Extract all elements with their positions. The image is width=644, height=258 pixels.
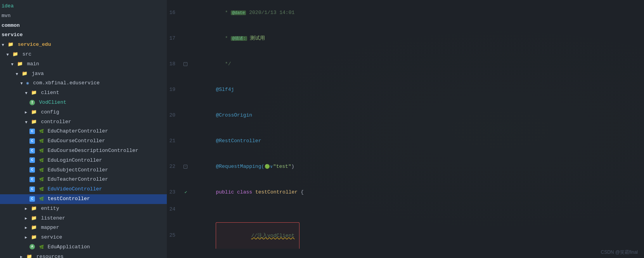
annotation-requestmapping: @RequestMapping( [216, 164, 264, 169]
arrow-icon: ▶ [20, 255, 23, 258]
sidebar-item-common[interactable]: common [0, 21, 167, 31]
arrow-icon: ▶ [14, 73, 20, 75]
sidebar-item-java[interactable]: ▶ 📁 java [0, 69, 167, 79]
sidebar-item-edulogin[interactable]: C 🌿 EduLoginController [0, 156, 167, 166]
sidebar-item-client[interactable]: ▶ 📁 client [0, 88, 167, 98]
line-content: * @date 2020/1/13 14:01 [190, 0, 644, 26]
comment-vodclient: //注入vodClient [251, 233, 294, 239]
line-gutter: ✔ [182, 188, 190, 197]
sidebar-label-eduapplication: EduApplication [48, 244, 90, 250]
sidebar-item-eduvideo[interactable]: C 🌿 EduVideoController [0, 185, 167, 194]
folder-icon: 📁 [31, 110, 37, 115]
folder-icon: 📁 [8, 42, 14, 47]
brace-open: { [298, 189, 304, 195]
line-gutter: - [182, 62, 190, 66]
date-badge: @date [231, 10, 246, 15]
sidebar-item-edusubject[interactable]: C 🌿 EduSubjectController [0, 166, 167, 175]
fold-button[interactable]: - [184, 165, 187, 169]
folder-icon: 📁 [31, 119, 37, 125]
line-content: @RequestMapping(🟢∨"test") [190, 154, 644, 180]
sidebar-item-package[interactable]: ▶ ◉ com.xbfinal.eduservice [0, 78, 167, 88]
sidebar-label-mvn: mvn [2, 13, 10, 19]
code-editor[interactable]: 16 * @date 2020/1/13 14:01 17 * @描述: 测试用… [167, 0, 644, 258]
code-line-19: 19 @Slf4j [167, 77, 644, 103]
arrow-icon: ▶ [18, 82, 24, 85]
check-icon: ✔ [185, 188, 187, 197]
sidebar-item-mapper[interactable]: ▶ 📁 mapper [0, 223, 167, 233]
folder-icon: 📁 [31, 225, 37, 230]
sidebar-item-main[interactable]: ▶ 📁 main [0, 59, 167, 69]
sidebar-item-educourse[interactable]: C 🌿 EduCourseController [0, 136, 167, 146]
sidebar-item-entity[interactable]: ▶ 📁 entity [0, 204, 167, 214]
line-number: 20 [167, 111, 182, 120]
arrow-icon: ▶ [25, 110, 27, 115]
sidebar-item-mvn[interactable]: mvn [0, 11, 167, 21]
sidebar-label-main: main [27, 61, 39, 67]
annotation-crossorigin: @CrossOrigin [216, 112, 252, 118]
comment-chinese: 测试用 [247, 35, 265, 41]
sidebar-label-src: src [23, 51, 31, 57]
arrow-icon: ▶ [25, 216, 27, 221]
sidebar-item-src[interactable]: ▶ 📁 src [0, 50, 167, 59]
class-icon: C [29, 148, 35, 153]
folder-icon: 📁 [17, 61, 23, 67]
spring-icon: 🌿 [39, 187, 44, 192]
sidebar-item-educhapter[interactable]: C 🌿 EduChapterController [0, 127, 167, 136]
sidebar-item-idea[interactable]: idea [0, 2, 167, 11]
class-icon: C [29, 167, 35, 173]
sidebar-item-service-edu[interactable]: ▶ 📁 service_edu [0, 40, 167, 50]
spring-icon: 🌿 [39, 139, 44, 143]
sidebar-label-controller: controller [41, 119, 71, 125]
sidebar-item-vodclient[interactable]: I VodClient [0, 98, 167, 108]
arrow-icon: ▶ [23, 121, 29, 124]
sidebar-item-listener[interactable]: ▶ 📁 listener [0, 214, 167, 223]
sidebar-item-config[interactable]: ▶ 📁 config [0, 108, 167, 117]
code-line-22: 22 - @RequestMapping(🟢∨"test") [167, 154, 644, 180]
line-content: public class testController { [190, 180, 644, 205]
spring-icon: 🌿 [39, 149, 44, 153]
desc-badge: @描述: [231, 36, 247, 41]
spring-icon: 🌿 [39, 168, 44, 173]
line-number: 24 [167, 205, 182, 214]
sidebar-label-service: service [2, 32, 23, 38]
sidebar-item-service[interactable]: service [0, 30, 167, 40]
annotation-slf4j: @Slf4j [216, 87, 234, 92]
sidebar-item-eduapplication[interactable]: A 🌿 EduApplication [0, 242, 167, 252]
sidebar-label-eduvideo: EduVideoController [48, 186, 102, 192]
arrow-icon: ▶ [4, 54, 10, 56]
sidebar-label-config: config [41, 109, 59, 115]
class-icon: C [29, 157, 35, 163]
fold-button[interactable]: - [184, 62, 187, 66]
line-number: 21 [167, 137, 182, 145]
package-icon: ◉ [26, 81, 29, 85]
sidebar-label-educhapter: EduChapterController [48, 128, 108, 134]
folder-icon: 📁 [31, 235, 37, 240]
sidebar-item-controller[interactable]: ▶ 📁 controller [0, 117, 167, 127]
line-content: */ [190, 51, 644, 77]
code-line-16: 16 * @date 2020/1/13 14:01 [167, 0, 644, 26]
sidebar-label-mapper: mapper [41, 225, 59, 230]
line-number: 18 [167, 60, 182, 68]
code-line-25: 25 //注入vodClient [167, 214, 644, 257]
arrow-icon: ▶ [25, 207, 27, 211]
line-content: @Slf4j [190, 77, 644, 103]
folder-icon: 📁 [31, 90, 37, 96]
sidebar-label-resources: resources [36, 254, 64, 258]
sidebar-item-resources[interactable]: ▶ 📁 resources [0, 252, 167, 258]
class-icon: C [29, 177, 35, 182]
folder-icon: 📁 [31, 206, 37, 211]
watermark: CSDN @笑霸final [601, 249, 638, 256]
sidebar-label-package: com.xbfinal.eduservice [33, 80, 100, 86]
sidebar-item-educoursedesc[interactable]: C 🌿 EduCourseDescriptionController [0, 146, 167, 156]
code-line-24: 24 [167, 205, 644, 214]
sidebar-item-service-folder[interactable]: ▶ 📁 service [0, 233, 167, 242]
kw-public: public [216, 189, 234, 195]
sidebar-label-edusubject: EduSubjectController [48, 167, 108, 173]
code-line-21: 21 @RestController [167, 128, 644, 154]
spring-icon: 🌿 [39, 178, 44, 182]
sidebar-item-testcontroller[interactable]: C 🌿 testController [0, 194, 167, 204]
line-gutter: - [182, 165, 190, 169]
sidebar-item-eduteacher[interactable]: C 🌿 EduTeacherController [0, 175, 167, 185]
line-number: 16 [167, 9, 182, 17]
line-content: //注入vodClient [190, 214, 644, 257]
